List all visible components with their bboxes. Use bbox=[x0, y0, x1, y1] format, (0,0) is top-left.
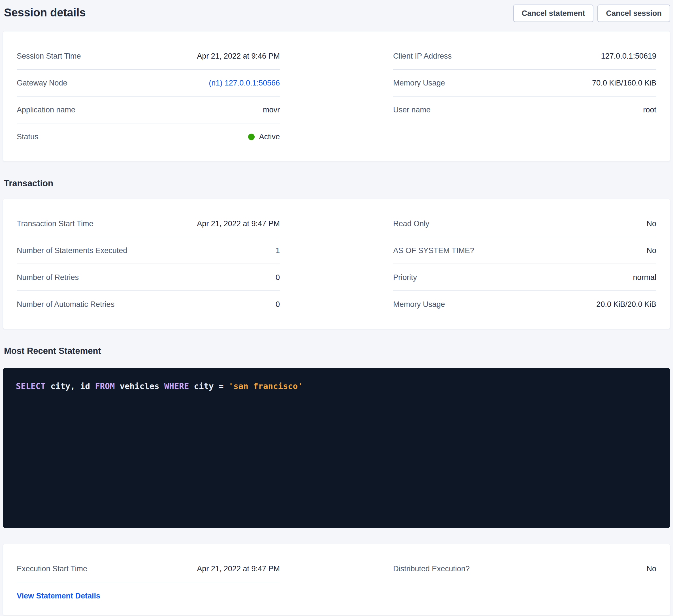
row-value: Apr 21, 2022 at 9:46 PM bbox=[197, 51, 280, 61]
session-summary-grid: Session Start Time Apr 21, 2022 at 9:46 … bbox=[17, 43, 656, 150]
cancel-session-button[interactable]: Cancel session bbox=[597, 5, 670, 22]
row-label: Memory Usage bbox=[393, 78, 445, 88]
row-value: 20.0 KiB/20.0 KiB bbox=[596, 299, 656, 309]
row-value: No bbox=[646, 219, 656, 229]
execution-right-column: Distributed Execution? No bbox=[393, 555, 656, 582]
row-label: Priority bbox=[393, 272, 417, 283]
page-header: Session details Cancel statement Cancel … bbox=[3, 5, 670, 23]
row-label: Number of Retries bbox=[17, 272, 79, 283]
execution-start-time-row: Execution Start Time Apr 21, 2022 at 9:4… bbox=[17, 555, 280, 582]
row-label: Number of Automatic Retries bbox=[17, 299, 115, 309]
session-summary-card: Session Start Time Apr 21, 2022 at 9:46 … bbox=[3, 31, 670, 162]
sql-statement: SELECT city, id FROM vehicles WHERE city… bbox=[16, 380, 657, 392]
session-details-page: Session details Cancel statement Cancel … bbox=[0, 0, 673, 616]
application-name-row: Application name movr bbox=[17, 96, 280, 123]
client-ip-row: Client IP Address 127.0.0.1:50619 bbox=[393, 43, 656, 70]
row-label: Status bbox=[17, 131, 38, 142]
transaction-card: Transaction Start Time Apr 21, 2022 at 9… bbox=[3, 199, 670, 329]
distributed-execution-row: Distributed Execution? No bbox=[393, 555, 656, 582]
row-value: No bbox=[646, 564, 656, 574]
transaction-section-heading: Transaction bbox=[4, 178, 670, 189]
transaction-start-time-row: Transaction Start Time Apr 21, 2022 at 9… bbox=[17, 210, 280, 237]
header-actions: Cancel statement Cancel session bbox=[513, 5, 670, 22]
transaction-right-column: Read Only No AS OF SYSTEM TIME? No Prior… bbox=[393, 210, 656, 317]
row-value: 0 bbox=[276, 272, 280, 283]
sql-keyword: SELECT bbox=[16, 381, 46, 391]
sql-identifier: vehicles bbox=[115, 381, 164, 391]
session-summary-left-column: Session Start Time Apr 21, 2022 at 9:46 … bbox=[17, 43, 280, 150]
row-label: Transaction Start Time bbox=[17, 219, 93, 229]
row-label: User name bbox=[393, 105, 431, 115]
row-label: Application name bbox=[17, 105, 75, 115]
gateway-node-row: Gateway Node (n1) 127.0.0.1:50566 bbox=[17, 70, 280, 96]
transaction-left-column: Transaction Start Time Apr 21, 2022 at 9… bbox=[17, 210, 280, 317]
row-value: 1 bbox=[276, 246, 280, 256]
priority-row: Priority normal bbox=[393, 264, 656, 291]
row-label: AS OF SYSTEM TIME? bbox=[393, 246, 474, 256]
user-name-row: User name root bbox=[393, 96, 656, 123]
status-label: Active bbox=[259, 131, 280, 142]
row-label: Read Only bbox=[393, 219, 429, 229]
automatic-retries-row: Number of Automatic Retries 0 bbox=[17, 291, 280, 317]
row-label: Memory Usage bbox=[393, 299, 445, 309]
view-statement-details-link[interactable]: View Statement Details bbox=[17, 592, 100, 600]
execution-grid: Execution Start Time Apr 21, 2022 at 9:4… bbox=[17, 555, 656, 603]
row-label: Execution Start Time bbox=[17, 564, 87, 574]
sql-identifier: city, id bbox=[46, 381, 95, 391]
row-value: Apr 21, 2022 at 9:47 PM bbox=[197, 219, 280, 229]
session-memory-usage-row: Memory Usage 70.0 KiB/160.0 KiB bbox=[393, 70, 656, 96]
cancel-statement-button[interactable]: Cancel statement bbox=[513, 5, 594, 22]
row-value: 70.0 KiB/160.0 KiB bbox=[592, 78, 656, 88]
status-badge: Active bbox=[248, 131, 280, 142]
row-value: normal bbox=[633, 272, 656, 283]
execution-left-column: Execution Start Time Apr 21, 2022 at 9:4… bbox=[17, 555, 280, 603]
statements-executed-row: Number of Statements Executed 1 bbox=[17, 237, 280, 264]
most-recent-statement-heading: Most Recent Statement bbox=[4, 345, 670, 357]
sql-identifier: city = bbox=[189, 381, 229, 391]
status-row: Status Active bbox=[17, 123, 280, 150]
sql-string-literal: 'san francisco' bbox=[229, 381, 303, 391]
execution-card: Execution Start Time Apr 21, 2022 at 9:4… bbox=[3, 544, 670, 615]
session-start-time-row: Session Start Time Apr 21, 2022 at 9:46 … bbox=[17, 43, 280, 70]
session-summary-right-column: Client IP Address 127.0.0.1:50619 Memory… bbox=[393, 43, 656, 123]
row-value: No bbox=[646, 246, 656, 256]
retries-row: Number of Retries 0 bbox=[17, 264, 280, 291]
transaction-memory-usage-row: Memory Usage 20.0 KiB/20.0 KiB bbox=[393, 291, 656, 317]
sql-code-block: SELECT city, id FROM vehicles WHERE city… bbox=[3, 368, 670, 528]
status-active-dot-icon bbox=[248, 133, 255, 140]
page-title: Session details bbox=[4, 5, 85, 20]
row-value: movr bbox=[263, 105, 280, 115]
row-label: Client IP Address bbox=[393, 51, 452, 61]
as-of-system-time-row: AS OF SYSTEM TIME? No bbox=[393, 237, 656, 264]
view-statement-details-row: View Statement Details bbox=[17, 582, 280, 603]
row-label: Gateway Node bbox=[17, 78, 67, 88]
sql-keyword: FROM bbox=[95, 381, 115, 391]
transaction-grid: Transaction Start Time Apr 21, 2022 at 9… bbox=[17, 210, 656, 317]
sql-keyword: WHERE bbox=[164, 381, 189, 391]
row-label: Number of Statements Executed bbox=[17, 246, 127, 256]
row-label: Distributed Execution? bbox=[393, 564, 470, 574]
row-value: 127.0.0.1:50619 bbox=[601, 51, 656, 61]
row-value: 0 bbox=[276, 299, 280, 309]
read-only-row: Read Only No bbox=[393, 210, 656, 237]
row-label: Session Start Time bbox=[17, 51, 81, 61]
row-value: Apr 21, 2022 at 9:47 PM bbox=[197, 564, 280, 574]
gateway-node-link[interactable]: (n1) 127.0.0.1:50566 bbox=[209, 78, 280, 88]
row-value: root bbox=[643, 105, 656, 115]
